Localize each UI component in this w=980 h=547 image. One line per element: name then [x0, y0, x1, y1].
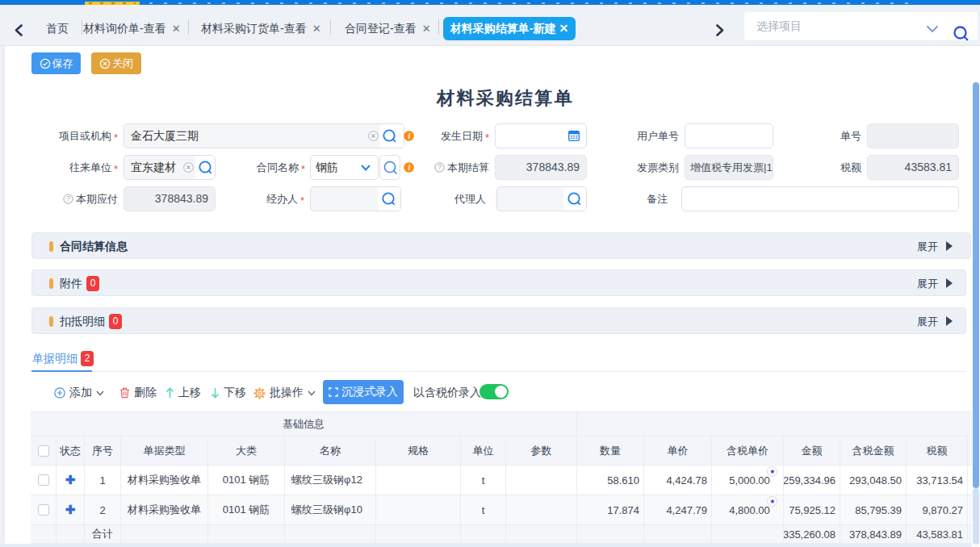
svg-text:i: i	[408, 163, 411, 172]
svg-text:?: ?	[438, 163, 442, 171]
svg-text:?: ?	[66, 194, 70, 203]
